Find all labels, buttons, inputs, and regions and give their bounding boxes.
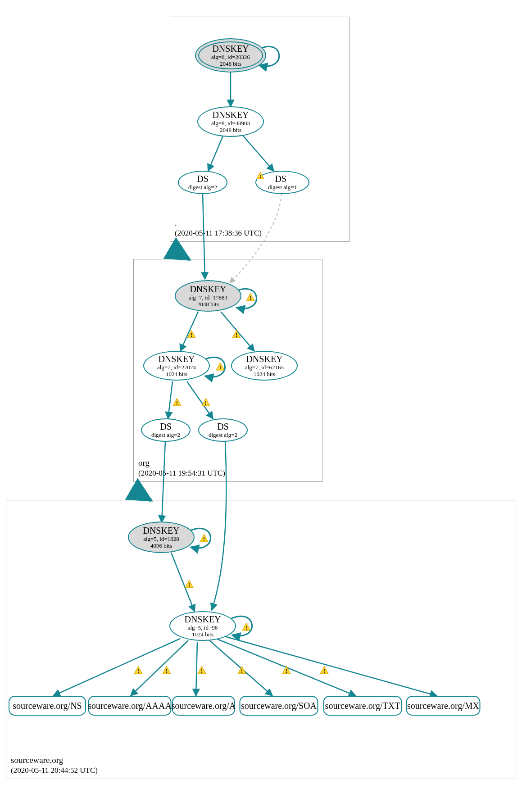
- node-text: DS ! digest alg=1: [268, 174, 297, 191]
- svg-text:!: !: [137, 668, 139, 674]
- record-txt: sourceware.org/TXT: [323, 696, 402, 716]
- warning-icon: !: [172, 397, 182, 407]
- warning-icon: !: [184, 579, 194, 589]
- dnskey-org-zsk: DNSKEY alg=7, id=27074 1024 bits: [143, 351, 210, 381]
- dnskey-sw-ksk: DNSKEY alg=5, id=1828 4096 bits: [128, 522, 195, 553]
- dnskey-org-zsk2: DNSKEY alg=7, id=62165 1024 bits: [231, 351, 298, 381]
- warning-icon: !: [231, 329, 241, 339]
- warning-icon: !: [319, 665, 329, 675]
- svg-text:!: !: [166, 668, 168, 674]
- node-text: DS digest alg=2: [188, 174, 217, 191]
- dnskey-sw-zsk: DNSKEY alg=5, id=96 1024 bits: [169, 611, 236, 641]
- warning-icon: !: [186, 329, 196, 339]
- warning-icon: !: [201, 397, 211, 407]
- svg-text:!: !: [201, 668, 203, 674]
- svg-text:!: !: [323, 668, 325, 674]
- record-aaaa: sourceware.org/AAAA: [88, 696, 172, 716]
- svg-text:!: !: [203, 536, 205, 542]
- ds-root-alg1: DS ! digest alg=1: [255, 171, 309, 194]
- record-soa: sourceware.org/SOA: [240, 696, 318, 716]
- svg-text:!: !: [205, 400, 207, 406]
- warning-icon: !: [245, 292, 255, 302]
- node-text: DNSKEY alg=5, id=1828 4096 bits: [143, 526, 179, 549]
- warning-icon: !: [256, 172, 264, 180]
- node-text: DNSKEY alg=8, id=20326 2048 bits: [211, 44, 250, 68]
- svg-text:!: !: [241, 668, 243, 674]
- svg-text:!: !: [236, 332, 237, 338]
- warning-icon: !: [237, 665, 247, 675]
- svg-text:!: !: [191, 332, 192, 338]
- svg-text:!: !: [259, 173, 261, 179]
- svg-text:!: !: [286, 668, 287, 674]
- ds-org-a: DS digest alg=2: [141, 418, 191, 442]
- ds-root-alg2: DS digest alg=2: [178, 171, 227, 194]
- svg-line-2: [243, 136, 274, 171]
- warning-icon: !: [281, 665, 291, 675]
- warning-icon: !: [133, 665, 143, 675]
- warning-icon: !: [197, 665, 207, 675]
- svg-text:!: !: [188, 582, 190, 588]
- warning-icon: !: [162, 665, 172, 675]
- node-text: DNSKEY alg=7, id=27074 1024 bits: [157, 354, 196, 378]
- node-text: DNSKEY alg=7, id=62165 1024 bits: [245, 354, 284, 378]
- record-a: sourceware.org/A: [172, 696, 235, 716]
- dnskey-org-ksk: DNSKEY alg=7, id=17883 2048 bits: [175, 280, 241, 312]
- svg-line-8: [162, 441, 165, 522]
- node-text: DNSKEY alg=7, id=17883 2048 bits: [189, 284, 227, 308]
- warning-icon: !: [199, 533, 209, 543]
- node-text: DNSKEY alg=5, id=96 1024 bits: [184, 614, 221, 638]
- record-mx: sourceware.org/MX: [406, 696, 481, 716]
- svg-line-15: [223, 636, 437, 696]
- diagram-canvas: . (2020-05-11 17:38:36 UTC) org (2020-05…: [0, 0, 522, 812]
- node-text: DNSKEY alg=8, id=48903 2048 bits: [211, 110, 250, 134]
- warning-icon: !: [241, 622, 251, 632]
- node-text: DS digest alg=2: [151, 422, 180, 439]
- warning-icon: !: [215, 362, 225, 372]
- svg-text:!: !: [250, 295, 251, 301]
- svg-text:!: !: [176, 400, 178, 406]
- svg-line-3: [203, 193, 205, 279]
- record-ns: sourceware.org/NS: [9, 696, 86, 716]
- svg-line-1: [208, 136, 223, 171]
- dnskey-root-ksk: DNSKEY alg=8, id=20326 2048 bits: [195, 38, 266, 73]
- node-text: DS digest alg=2: [209, 422, 237, 439]
- dnskey-root-zsk: DNSKEY alg=8, id=48903 2048 bits: [197, 106, 264, 137]
- ds-org-b: DS digest alg=2: [198, 418, 248, 442]
- svg-text:!: !: [245, 625, 247, 631]
- svg-text:!: !: [219, 364, 221, 371]
